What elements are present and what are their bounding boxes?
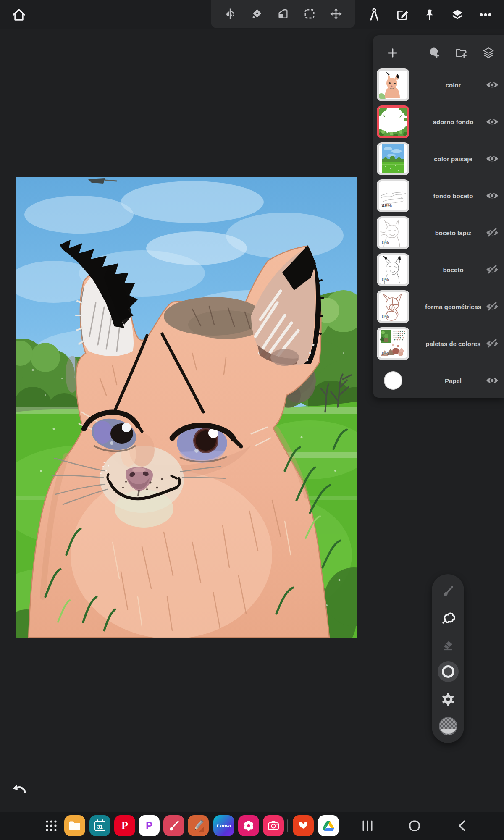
layer-visibility-toggle[interactable] [484,152,501,165]
app-drawer-button[interactable] [41,815,62,836]
more-icon [479,8,492,21]
gallery-app[interactable] [238,815,259,836]
layer-visibility-toggle[interactable] [484,374,501,387]
layer-row[interactable]: 46% fondo boceto [373,177,504,214]
add-group-button[interactable] [452,44,470,62]
layer-visibility-toggle[interactable] [484,115,501,129]
layer-visibility-toggle[interactable] [484,78,501,92]
layer-thumbnail[interactable]: 46% [377,179,410,212]
eye-open-icon [486,375,499,386]
eye-open-icon [486,191,499,201]
side-tool-palette [432,574,464,743]
eye-open-icon [486,80,499,90]
layer-visibility-toggle[interactable] [484,226,501,239]
canva-app[interactable]: Canva [213,815,234,836]
top-toolbar [0,0,504,29]
selection-tool-button[interactable] [300,5,319,23]
drawing-canvas[interactable] [16,177,357,638]
layer-row[interactable]: adorno fondo [373,103,504,140]
penup-letter: P [146,820,152,831]
layer-row[interactable]: 0% boceto lapiz [373,214,504,251]
layer-thumbnail[interactable] [377,68,410,101]
layer-thumbnail[interactable]: 0% [377,253,410,286]
home-button[interactable] [10,5,28,24]
pencil-icon [192,819,205,832]
brush-tool-button[interactable] [436,579,460,603]
google-drive-app[interactable] [318,815,339,836]
layer-opacity: 0% [382,351,389,357]
brush-size-button[interactable] [436,660,460,683]
compass-icon [367,8,381,22]
layer-thumbnail-selected[interactable] [377,105,410,138]
home-nav-button[interactable] [402,815,427,836]
layer-row[interactable]: color [373,66,504,103]
add-fill-layer-button[interactable] [425,44,443,62]
layer-name: Papel [413,362,493,399]
layer-thumbnail[interactable]: 0% [377,290,410,323]
symmetry-icon [224,8,236,20]
color-picker-button[interactable] [436,714,460,738]
smudge-tool-button[interactable] [436,606,460,630]
eye-closed-icon [486,302,499,312]
layer-thumbnail[interactable]: 0% [377,327,410,360]
paper-layer-thumbnail[interactable] [384,371,402,390]
recents-button[interactable] [355,815,380,836]
calendar-day: 31 [97,824,103,830]
fill-tool-button[interactable] [247,5,266,23]
canva-label: Canva [217,822,231,829]
layer-visibility-toggle[interactable] [484,263,501,276]
layer-name: color paisaje [413,140,493,177]
drive-icon [323,820,334,831]
layer-thumbnail[interactable] [377,142,410,175]
transform-tool-button[interactable] [327,5,345,23]
layer-opacity: 46% [382,203,392,209]
more-options-button[interactable] [476,5,495,24]
selection-icon [303,8,316,20]
layer-row[interactable]: Papel [373,362,504,399]
layer-row[interactable]: color paisaje [373,140,504,177]
video-app[interactable] [293,815,314,836]
camera-app[interactable] [263,815,284,836]
layers-panel-button[interactable] [448,5,467,24]
guides-button[interactable] [365,5,383,24]
recents-icon [361,820,374,831]
penup-app[interactable]: P [139,815,160,836]
layer-name: forma geométricas [413,288,493,325]
eye-closed-icon [486,265,499,275]
app-drawer-icon [44,819,58,833]
layer-visibility-toggle[interactable] [484,337,501,350]
add-layer-button[interactable] [383,44,402,62]
layer-visibility-toggle[interactable] [484,300,501,313]
pinterest-letter: P [121,819,128,832]
paint-app[interactable] [163,815,184,836]
calendar-app[interactable]: 31 [89,815,110,836]
tool-mode-toolbar [211,0,355,28]
pinterest-app[interactable]: P [114,815,135,836]
calendar-icon: 31 [93,819,107,833]
undo-button[interactable] [9,780,29,800]
settings-gear-icon [441,693,455,706]
dock-separator [287,819,288,832]
layer-thumbnail[interactable]: 0% [377,216,410,249]
new-canvas-button[interactable] [393,5,412,24]
sketch-app[interactable] [188,815,209,836]
gradient-tool-button[interactable] [274,5,292,23]
eye-closed-icon [486,228,499,238]
symmetry-tool-button[interactable] [221,5,239,23]
layer-row[interactable]: 0% paletas de colores [373,325,504,362]
layer-name: color [413,66,493,103]
layer-row[interactable]: 0% forma geométricas [373,288,504,325]
layer-visibility-toggle[interactable] [484,189,501,202]
layers-panel-header [373,41,504,65]
tool-settings-button[interactable] [436,688,460,711]
back-button[interactable] [449,815,475,836]
my-files-app[interactable] [64,815,85,836]
layer-row[interactable]: 0% boceto [373,251,504,288]
brush-size-ring [437,661,459,682]
add-group-icon [455,47,467,59]
layer-options-button[interactable] [479,44,498,62]
eraser-tool-button[interactable] [436,633,460,656]
pin-button[interactable] [420,5,439,24]
layers-icon [451,8,464,21]
layer-opacity: 0% [382,277,389,283]
